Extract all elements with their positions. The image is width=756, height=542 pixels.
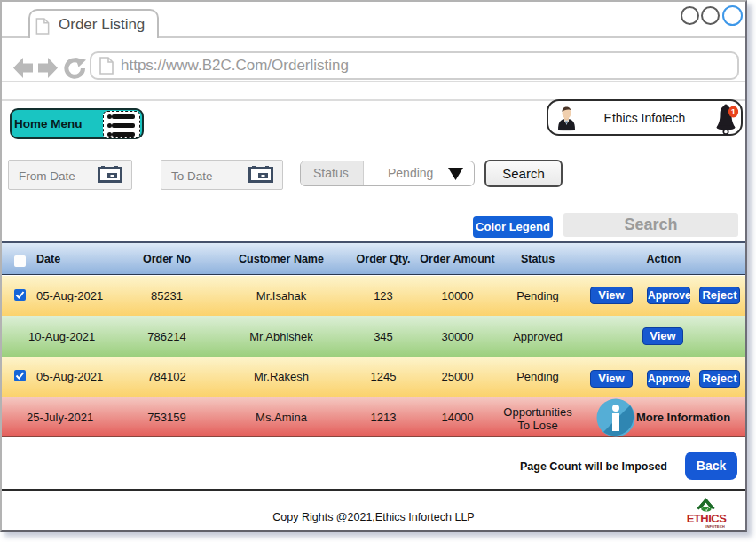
svg-text:INFOTECH: INFOTECH	[705, 524, 724, 529]
svg-text:1: 1	[731, 106, 736, 116]
